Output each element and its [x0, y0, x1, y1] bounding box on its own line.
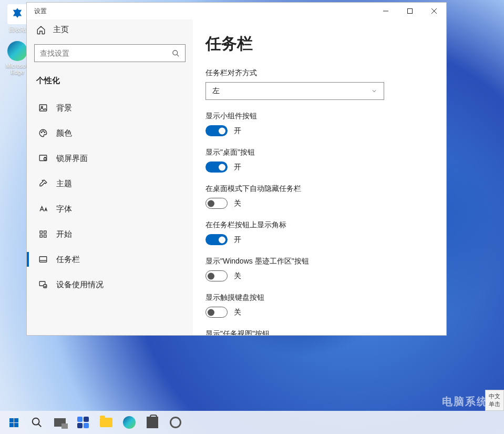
- taskbar-settings[interactable]: [165, 412, 186, 433]
- toggle-label: 显示"桌面"按钮: [205, 148, 415, 157]
- search-box[interactable]: [34, 44, 186, 62]
- toggle-state: 关: [234, 271, 241, 281]
- sidebar-item-lockscreen[interactable]: 锁屏界面: [34, 146, 186, 171]
- sidebar-home-label: 主页: [53, 25, 69, 35]
- taskbar-start[interactable]: [3, 412, 24, 433]
- toggle-switch[interactable]: [205, 270, 228, 281]
- toggle-label: 显示"Windows 墨迹工作区"按钮: [205, 257, 415, 266]
- search-icon: [172, 49, 180, 57]
- sidebar-item-taskbar[interactable]: 任务栏: [34, 247, 186, 272]
- alignment-label: 任务栏对齐方式: [205, 68, 415, 78]
- toggle-state: 开: [234, 163, 241, 172]
- toggle-switch[interactable]: [205, 162, 228, 173]
- svg-rect-6: [39, 105, 47, 111]
- sidebar-item-fonts[interactable]: 字体: [34, 196, 186, 221]
- sidebar-item-device-usage[interactable]: 设备使用情况: [34, 272, 186, 297]
- toggle-label: 显示小组件按钮: [205, 112, 415, 121]
- picture-icon: [38, 103, 48, 113]
- taskbar: [0, 411, 504, 434]
- toggle-row-0: 显示小组件按钮开: [205, 112, 415, 136]
- toggle-state: 关: [234, 199, 241, 208]
- toggle-state: 开: [234, 126, 241, 136]
- toggle-row-5: 显示触摸键盘按钮关: [205, 293, 415, 318]
- taskbar-explorer[interactable]: [96, 412, 117, 433]
- sidebar-item-colors[interactable]: 颜色: [34, 120, 186, 146]
- sidebar-item-label: 开始: [56, 229, 72, 239]
- svg-point-10: [44, 132, 45, 133]
- titlebar: 设置: [27, 3, 446, 19]
- toggle-switch[interactable]: [205, 198, 228, 209]
- sidebar-item-label: 字体: [56, 204, 72, 214]
- svg-point-4: [173, 50, 178, 55]
- widgets-icon: [77, 417, 89, 428]
- toggle-label: 在任务栏按钮上显示角标: [205, 220, 415, 230]
- sidebar-home[interactable]: 主页: [34, 19, 186, 44]
- toggle-label: 显示"任务视图"按钮: [205, 329, 415, 335]
- taskbar-store[interactable]: [142, 412, 163, 433]
- chevron-down-icon: [371, 88, 377, 94]
- toggle-state: 关: [234, 308, 241, 317]
- gear-icon: [170, 417, 181, 428]
- svg-line-5: [177, 54, 179, 56]
- svg-line-22: [38, 424, 42, 427]
- settings-window: 设置 主页 个性化 背景: [26, 2, 447, 336]
- content-pane: 任务栏 任务栏对齐方式 左 显示小组件按钮开显示"桌面"按钮开在桌面模式下自动隐…: [193, 19, 446, 335]
- taskbar-edge[interactable]: [119, 412, 140, 433]
- svg-rect-16: [44, 235, 47, 238]
- svg-rect-12: [44, 158, 47, 160]
- close-button[interactable]: [422, 3, 446, 19]
- font-icon: [38, 204, 48, 214]
- toggle-switch[interactable]: [205, 307, 228, 318]
- store-icon: [147, 417, 158, 428]
- sidebar-item-label: 背景: [56, 103, 72, 113]
- recycle-bin-icon: [7, 4, 27, 24]
- alignment-dropdown[interactable]: 左: [205, 82, 384, 100]
- toggle-label: 在桌面模式下自动隐藏任务栏: [205, 184, 415, 194]
- taskbar-widgets[interactable]: [73, 412, 94, 433]
- sidebar-item-label: 锁屏界面: [56, 154, 88, 164]
- taskview-icon: [54, 418, 66, 427]
- taskbar-taskview[interactable]: [49, 412, 70, 433]
- svg-rect-1: [408, 9, 413, 14]
- toggle-row-3: 在任务栏按钮上显示角标开: [205, 220, 415, 245]
- svg-rect-15: [40, 235, 43, 238]
- sidebar-item-background[interactable]: 背景: [34, 95, 186, 120]
- sidebar-item-label: 颜色: [56, 128, 72, 138]
- toggle-switch[interactable]: [205, 125, 228, 136]
- start-icon: [38, 229, 48, 239]
- toggle-row-6: 显示"任务视图"按钮开: [205, 329, 415, 335]
- minimize-button[interactable]: [374, 3, 398, 19]
- toggle-row-1: 显示"桌面"按钮开: [205, 148, 415, 173]
- desktop: 回收站 Microsoft Edge 设置 主页: [0, 0, 504, 434]
- search-icon: [31, 417, 43, 428]
- taskbar-icon: [38, 255, 48, 264]
- toggle-state: 开: [234, 235, 241, 245]
- toggle-switch[interactable]: [205, 234, 228, 245]
- dropdown-value: 左: [212, 86, 220, 96]
- svg-point-21: [33, 418, 39, 425]
- sidebar: 主页 个性化 背景 颜色 锁屏界面: [27, 19, 193, 335]
- folder-icon: [100, 418, 112, 427]
- svg-rect-14: [44, 231, 47, 234]
- sidebar-item-start[interactable]: 开始: [34, 221, 186, 247]
- toggle-row-4: 显示"Windows 墨迹工作区"按钮关: [205, 257, 415, 281]
- svg-rect-17: [39, 257, 47, 263]
- svg-point-9: [43, 131, 44, 132]
- sidebar-item-themes[interactable]: 主题: [34, 171, 186, 196]
- window-title: 设置: [34, 7, 47, 16]
- edge-icon: [123, 416, 136, 429]
- search-input[interactable]: [40, 49, 172, 57]
- page-title: 任务栏: [205, 33, 415, 55]
- sidebar-category: 个性化: [34, 74, 186, 95]
- sidebar-item-label: 任务栏: [56, 255, 80, 265]
- sidebar-item-label: 主题: [56, 179, 72, 189]
- systray-lang: 中文: [489, 392, 500, 400]
- svg-point-8: [41, 132, 42, 133]
- system-tray-popup[interactable]: 中文 单击: [485, 390, 504, 411]
- home-icon: [36, 25, 46, 35]
- maximize-button[interactable]: [398, 3, 422, 19]
- taskbar-search[interactable]: [26, 412, 47, 433]
- lockscreen-icon: [38, 154, 48, 163]
- systray-line2: 单击: [489, 400, 500, 408]
- toggle-row-2: 在桌面模式下自动隐藏任务栏关: [205, 184, 415, 209]
